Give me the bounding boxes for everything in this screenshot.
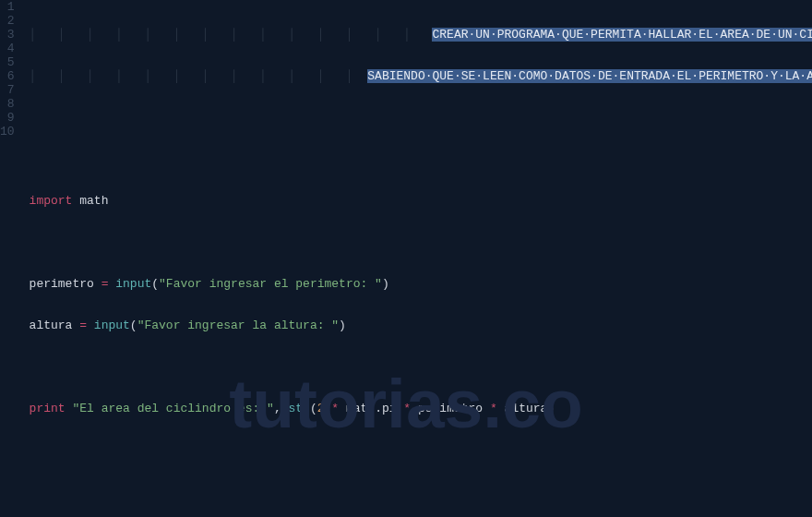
paren-close: ) <box>547 402 555 415</box>
selected-text[interactable]: CREAR·UN·PROGRAMA·QUE·PERMITA·HALLAR·EL·… <box>432 28 812 42</box>
line-number: 4 <box>0 42 15 55</box>
line-number: 2 <box>0 14 15 28</box>
function-input: input <box>108 277 151 291</box>
code-line[interactable]: import math <box>30 194 812 208</box>
paren-open: ( <box>310 402 317 415</box>
line-number: 5 <box>0 55 15 69</box>
string-literal: "Favor ingresar la altura: " <box>137 319 339 332</box>
number-literal: 2 <box>317 402 325 415</box>
identifier: altura <box>30 319 80 332</box>
line-number: 10 <box>0 125 15 138</box>
keyword-print: print <box>30 402 66 415</box>
code-line[interactable] <box>30 235 812 249</box>
code-editor[interactable]: 1 2 3 4 5 6 7 8 9 10 │ │ │ │ │ │ │ │ │ │… <box>0 0 812 517</box>
module-name: math <box>72 194 108 208</box>
operator-multiply: * <box>483 402 504 415</box>
code-line[interactable] <box>30 152 812 166</box>
string-literal: "El area del ciclindro es: " <box>66 402 274 415</box>
code-area[interactable]: │ │ │ │ │ │ │ │ │ │ │ │ │ │ CREAR·UN·PRO… <box>22 0 812 517</box>
indent-guide: │ │ │ │ │ │ │ │ │ │ │ │ │ │ <box>30 28 433 42</box>
operator-multiply: * <box>325 402 346 415</box>
code-line[interactable]: print "El area del ciclindro es: ", str(… <box>30 402 812 415</box>
paren-open: ( <box>151 277 159 291</box>
operator-equals: = <box>79 319 87 332</box>
code-line[interactable]: │ │ │ │ │ │ │ │ │ │ │ │ │ │ CREAR·UN·PRO… <box>30 28 812 42</box>
paren-close: ) <box>382 277 389 291</box>
selected-text[interactable]: SABIENDO·QUE·SE·LEEN·COMO·DATOS·DE·ENTRA… <box>367 69 812 83</box>
identifier: altura <box>505 402 548 415</box>
identifier: perimetro <box>30 277 102 291</box>
function-input: input <box>87 319 130 332</box>
paren-close: ) <box>339 319 346 332</box>
line-number: 6 <box>0 69 15 83</box>
keyword-import: import <box>30 194 73 208</box>
string-literal: "Favor ingresar el perimetro: " <box>159 277 382 291</box>
paren-open: ( <box>130 319 137 332</box>
line-number: 9 <box>0 111 15 125</box>
indent-guide: │ │ │ │ │ │ │ │ │ │ │ │ <box>30 69 368 83</box>
code-line[interactable]: perimetro = input("Favor ingresar el per… <box>30 277 812 291</box>
line-number-gutter: 1 2 3 4 5 6 7 8 9 10 <box>0 0 22 517</box>
operator-multiply: * <box>397 402 418 415</box>
line-number: 3 <box>0 28 15 42</box>
line-number: 8 <box>0 97 15 111</box>
identifier: math.pi <box>346 402 397 415</box>
code-line[interactable]: │ │ │ │ │ │ │ │ │ │ │ │ SABIENDO·QUE·SE·… <box>30 69 812 83</box>
line-number: 7 <box>0 83 15 97</box>
function-str: str <box>281 402 310 415</box>
code-line[interactable] <box>30 360 812 374</box>
code-line[interactable] <box>30 111 812 125</box>
code-line[interactable]: altura = input("Favor ingresar la altura… <box>30 319 812 332</box>
identifier: perimetro <box>418 402 483 415</box>
comma: , <box>274 402 281 415</box>
line-number: 1 <box>0 0 15 14</box>
